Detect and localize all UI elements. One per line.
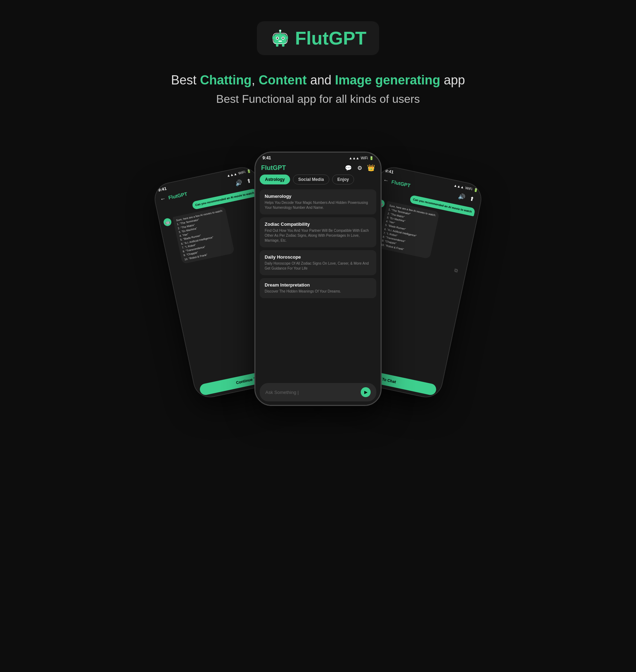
back-arrow-left[interactable]: ←: [159, 195, 166, 203]
app-name-green-left: GPT: [177, 191, 188, 199]
tagline1-sep1: ,: [252, 73, 259, 87]
app-header-center: FlutGPT 💬 ⚙ 👑: [255, 162, 381, 175]
bot-avatar-left: 🤖: [163, 218, 172, 227]
settings-icon-center[interactable]: ⚙: [356, 164, 364, 172]
category-title-zodiac: Zodiac Compatibility: [265, 222, 371, 227]
battery-icon-center: 🔋: [369, 156, 373, 160]
share-icon-right[interactable]: ⬆: [467, 194, 477, 203]
wifi-icon: WiFi: [238, 170, 246, 175]
tab-bar-center: Astrology Social Media Enjoy: [255, 175, 381, 188]
robot-logo-icon: [270, 28, 291, 49]
tab-enjoy[interactable]: Enjoy: [332, 175, 354, 184]
signal-icon-right: ▲▲▲: [453, 183, 464, 189]
ask-send-button[interactable]: ▶: [361, 387, 371, 397]
logo-white-part: Flut: [295, 28, 329, 48]
tagline1-word1: Chatting: [200, 73, 252, 87]
tab-astrology[interactable]: Astrology: [260, 175, 290, 184]
status-bar-center: 9:41 ▲▲▲ WiFi 🔋: [255, 153, 381, 162]
bot-message-right: Sure, here are a few AI movies to watch:…: [377, 201, 440, 259]
category-card-dream[interactable]: Dream Interpretation Discover The Hidden…: [260, 278, 376, 298]
back-arrow-right[interactable]: ←: [383, 177, 389, 184]
tagline1-word2: Content: [259, 73, 307, 87]
battery-icon-right: 🔋: [473, 187, 478, 192]
category-desc-numerology: Helps You Decode Your Magic Numbers And …: [265, 200, 371, 210]
tagline-1: Best Chatting, Content and Image generat…: [171, 73, 465, 88]
tagline1-sep2: and: [307, 73, 335, 87]
logo-container: FlutGPT: [257, 21, 379, 55]
volume-icon-right[interactable]: 🔊: [457, 192, 466, 201]
svg-point-4: [277, 37, 278, 39]
svg-rect-10: [287, 36, 288, 40]
share-icon-left[interactable]: ⬆: [245, 176, 254, 185]
category-card-numerology[interactable]: Numerology Helps You Decode Your Magic N…: [260, 189, 376, 214]
status-time-center: 9:41: [263, 155, 271, 160]
ask-placeholder-center: Ask Something |: [265, 390, 299, 395]
category-title-dream: Dream Interpretation: [265, 282, 371, 288]
tagline-2: Best Functional app for all kinds of use…: [216, 93, 420, 106]
svg-rect-11: [276, 44, 278, 47]
category-list-center: Numerology Helps You Decode Your Magic N…: [255, 188, 381, 379]
ask-input-center[interactable]: Ask Something | ▶: [260, 383, 376, 401]
app-logo-center: FlutGPT: [261, 164, 286, 172]
tagline1-prefix: Best: [171, 73, 200, 87]
app-name-white-right: Flut: [391, 179, 401, 186]
app-name-white-center: Flut: [261, 164, 273, 171]
wifi-icon-center: WiFi: [361, 156, 368, 160]
copy-icon-right[interactable]: ⧉: [454, 267, 458, 274]
chat-header-right-left: 🔊 ⬆: [234, 176, 253, 187]
battery-icon: 🔋: [246, 169, 251, 173]
app-name-white-left: Flut: [168, 193, 178, 201]
category-desc-dream: Discover The Hidden Meanings Of Your Dre…: [265, 289, 371, 294]
app-name-green-center: GPT: [273, 164, 286, 171]
app-logo-right: FlutGPT: [391, 179, 411, 188]
tagline1-word3: Image generating: [335, 73, 440, 87]
phone-center-screen: 9:41 ▲▲▲ WiFi 🔋 FlutGPT 💬 ⚙ 👑: [255, 153, 381, 405]
signal-icon-center: ▲▲▲: [349, 156, 359, 160]
svg-rect-0: [274, 34, 287, 44]
wifi-icon-right: WiFi: [465, 185, 473, 191]
phones-area: 9:41 ▲▲▲ WiFi 🔋 ← FlutGPT 🔊 ⬆: [0, 130, 636, 519]
chat-header-icons-right: 🔊 ⬆: [457, 192, 477, 203]
bottom-bar-center: Ask Something | ▶: [255, 379, 381, 405]
logo-green-part: GPT: [329, 28, 366, 48]
svg-point-5: [282, 37, 284, 39]
tab-social-media[interactable]: Social Media: [293, 175, 329, 184]
header-icons-center: 💬 ⚙ 👑: [344, 164, 375, 172]
tagline1-suffix: app: [440, 73, 465, 87]
svg-rect-9: [272, 36, 274, 40]
app-name-green-right: GPT: [400, 181, 411, 188]
category-desc-horoscope: Daily Horoscope Of All Zodiac Signs On L…: [265, 261, 371, 271]
signal-icon: ▲▲▲: [226, 172, 237, 178]
status-icons-center: ▲▲▲ WiFi 🔋: [349, 156, 373, 160]
category-card-horoscope[interactable]: Daily Horoscope Daily Horoscope Of All Z…: [260, 250, 376, 275]
svg-rect-6: [278, 41, 282, 42]
crown-icon-center[interactable]: 👑: [367, 164, 375, 172]
svg-point-8: [279, 30, 281, 32]
bot-message-left: Sure, here are a few AI movies to watch:…: [172, 206, 235, 264]
app-logo-left: FlutGPT: [168, 191, 188, 201]
svg-rect-12: [282, 44, 284, 47]
status-time-right: 9:41: [385, 168, 394, 175]
app-logo-text: FlutGPT: [295, 28, 366, 49]
status-time-left: 9:41: [158, 186, 167, 193]
volume-icon-left[interactable]: 🔊: [234, 178, 243, 187]
phone-center: 9:41 ▲▲▲ WiFi 🔋 FlutGPT 💬 ⚙ 👑: [254, 152, 382, 406]
category-title-horoscope: Daily Horoscope: [265, 254, 371, 260]
category-desc-zodiac: Find Out How You And Your Partner Will B…: [265, 228, 371, 243]
chat-icon-center[interactable]: 💬: [344, 164, 352, 172]
category-title-numerology: Numerology: [265, 194, 371, 199]
category-card-zodiac[interactable]: Zodiac Compatibility Find Out How You An…: [260, 217, 376, 247]
